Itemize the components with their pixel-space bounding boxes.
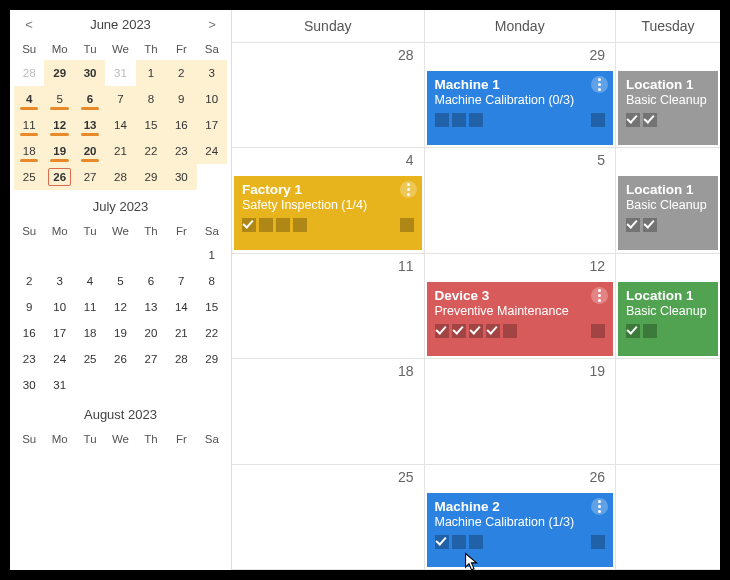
mini-day-cell[interactable]: 23 (14, 346, 44, 372)
calendar-event[interactable]: Device 3Preventive Maintenance (427, 282, 614, 356)
day-cell[interactable]: 26Machine 2Machine Calibration (1/3) (424, 465, 616, 569)
mini-day-cell[interactable]: 5 (105, 268, 135, 294)
mini-day-cell[interactable]: 15 (136, 112, 166, 138)
mini-day-cell[interactable] (105, 450, 135, 476)
mini-day-cell[interactable]: 19 (105, 320, 135, 346)
mini-day-cell[interactable] (14, 242, 44, 268)
task-box[interactable] (503, 324, 517, 338)
mini-day-cell[interactable]: 7 (166, 268, 196, 294)
mini-day-cell[interactable] (75, 242, 105, 268)
mini-day-cell[interactable]: 5 (44, 86, 74, 112)
task-box[interactable] (643, 324, 657, 338)
task-box[interactable] (643, 113, 657, 127)
day-cell[interactable] (615, 359, 720, 463)
mini-day-cell[interactable]: 30 (14, 372, 44, 398)
calendar-event[interactable]: Machine 2Machine Calibration (1/3) (427, 493, 614, 567)
mini-day-cell[interactable]: 19 (44, 138, 74, 164)
mini-day-cell[interactable]: 23 (166, 138, 196, 164)
mini-day-cell[interactable] (197, 372, 227, 398)
day-cell[interactable]: 18 (232, 359, 424, 463)
mini-day-cell[interactable]: 18 (14, 138, 44, 164)
mini-day-cell[interactable] (105, 372, 135, 398)
event-menu-icon[interactable] (400, 181, 417, 198)
mini-day-cell[interactable] (166, 372, 196, 398)
day-cell[interactable]: Location 1Basic Cleanup (2/2) (615, 43, 720, 147)
mini-day-cell[interactable]: 29 (136, 164, 166, 190)
task-box[interactable] (276, 218, 290, 232)
task-box[interactable] (452, 535, 466, 549)
mini-day-cell[interactable]: 14 (105, 112, 135, 138)
mini-day-cell[interactable]: 2 (166, 60, 196, 86)
mini-day-cell[interactable]: 22 (136, 138, 166, 164)
task-box[interactable] (469, 113, 483, 127)
mini-day-cell[interactable]: 17 (44, 320, 74, 346)
task-box[interactable] (469, 535, 483, 549)
task-box[interactable] (242, 218, 256, 232)
mini-day-cell[interactable]: 15 (197, 294, 227, 320)
task-box[interactable] (626, 324, 640, 338)
task-box[interactable] (626, 113, 640, 127)
mini-day-cell[interactable]: 17 (197, 112, 227, 138)
mini-day-cell[interactable]: 26 (105, 346, 135, 372)
mini-day-cell[interactable]: 29 (197, 346, 227, 372)
mini-day-cell[interactable]: 12 (105, 294, 135, 320)
mini-day-cell[interactable]: 30 (166, 164, 196, 190)
mini-day-cell[interactable]: 1 (136, 60, 166, 86)
mini-day-cell[interactable]: 21 (166, 320, 196, 346)
event-menu-icon[interactable] (591, 287, 608, 304)
day-cell[interactable]: 25 (232, 465, 424, 569)
mini-day-cell[interactable] (75, 372, 105, 398)
mini-day-cell[interactable]: 11 (75, 294, 105, 320)
mini-day-cell[interactable] (136, 450, 166, 476)
mini-day-cell[interactable]: 18 (75, 320, 105, 346)
next-month-button[interactable]: > (203, 17, 221, 32)
calendar-event[interactable]: Location 1Basic Cleanup (2/2) (618, 176, 718, 250)
mini-day-cell[interactable]: 8 (197, 268, 227, 294)
task-box[interactable] (435, 535, 449, 549)
prev-month-button[interactable]: < (20, 17, 38, 32)
mini-day-cell[interactable]: 30 (75, 60, 105, 86)
day-cell[interactable]: 29Machine 1Machine Calibration (0/3) (424, 43, 616, 147)
day-cell[interactable]: Location 1Basic Cleanup (2/2) (615, 148, 720, 252)
mini-day-cell[interactable]: 31 (44, 372, 74, 398)
mini-day-cell[interactable]: 12 (44, 112, 74, 138)
mini-day-cell[interactable]: 7 (105, 86, 135, 112)
task-box[interactable] (626, 218, 640, 232)
mini-day-cell[interactable]: 29 (44, 60, 74, 86)
mini-day-cell[interactable]: 2 (14, 268, 44, 294)
day-cell[interactable]: 4Factory 1Safety Inspection (1/4) (232, 148, 424, 252)
mini-day-cell[interactable] (166, 450, 196, 476)
task-box[interactable] (435, 113, 449, 127)
task-box[interactable] (469, 324, 483, 338)
mini-day-cell[interactable] (75, 450, 105, 476)
mini-day-cell[interactable]: 3 (44, 268, 74, 294)
mini-day-cell[interactable]: 20 (136, 320, 166, 346)
mini-day-cell[interactable] (44, 242, 74, 268)
calendar-event[interactable]: Location 1Basic Cleanup (1/2) (618, 282, 718, 356)
mini-day-cell[interactable]: 28 (166, 346, 196, 372)
mini-day-cell[interactable]: 9 (166, 86, 196, 112)
mini-day-cell[interactable]: 10 (44, 294, 74, 320)
mini-day-cell[interactable]: 28 (105, 164, 135, 190)
mini-day-cell[interactable]: 26 (44, 164, 74, 190)
task-box[interactable] (452, 324, 466, 338)
mini-day-cell[interactable]: 14 (166, 294, 196, 320)
mini-day-cell[interactable]: 1 (197, 242, 227, 268)
mini-day-cell[interactable]: 13 (75, 112, 105, 138)
mini-day-cell[interactable]: 16 (166, 112, 196, 138)
event-menu-icon[interactable] (591, 498, 608, 515)
day-cell[interactable]: 19 (424, 359, 616, 463)
mini-day-cell[interactable]: 4 (75, 268, 105, 294)
calendar-event[interactable]: Machine 1Machine Calibration (0/3) (427, 71, 614, 145)
mini-day-cell[interactable]: 22 (197, 320, 227, 346)
mini-day-cell[interactable]: 25 (14, 164, 44, 190)
event-menu-icon[interactable] (591, 76, 608, 93)
mini-day-cell[interactable] (136, 372, 166, 398)
task-box[interactable] (293, 218, 307, 232)
day-cell[interactable]: 11 (232, 254, 424, 358)
mini-day-cell[interactable]: 11 (14, 112, 44, 138)
day-cell[interactable]: 12Device 3Preventive Maintenance (424, 254, 616, 358)
mini-day-cell[interactable]: 9 (14, 294, 44, 320)
calendar-event[interactable]: Location 1Basic Cleanup (2/2) (618, 71, 718, 145)
mini-day-cell[interactable] (14, 450, 44, 476)
